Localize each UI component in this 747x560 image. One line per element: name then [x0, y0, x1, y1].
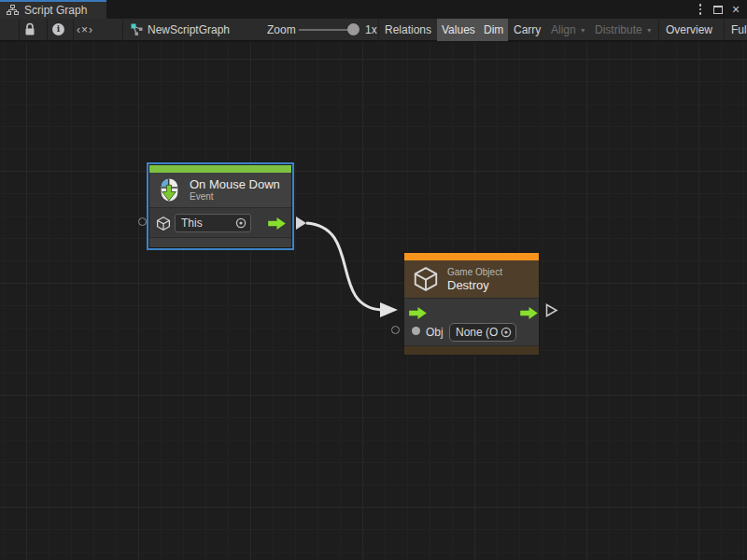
- connection-wire[interactable]: [0, 42, 747, 560]
- trigger-out-arrow-icon[interactable]: [268, 217, 286, 230]
- target-picker-icon[interactable]: [235, 217, 247, 229]
- carry-button[interactable]: Carry: [509, 19, 545, 41]
- destroy-obj-field[interactable]: None (O: [449, 323, 516, 342]
- graph-hierarchy-icon: [7, 5, 19, 16]
- info-icon[interactable]: i: [52, 23, 64, 35]
- destroy-node-title: Destroy: [447, 278, 502, 292]
- graph-toolbar: i ‹×› NewScriptGraph Zoom 1x Relations V…: [0, 19, 747, 41]
- destroy-node-category: Game Object: [447, 267, 502, 278]
- obj-port-label: Obj: [426, 326, 444, 339]
- destroy-node-body: Obj None (O: [404, 298, 539, 345]
- align-button[interactable]: Align▼: [546, 19, 591, 41]
- window-menu-icon[interactable]: [693, 0, 708, 19]
- event-target-field[interactable]: This: [175, 214, 251, 232]
- chevron-down-icon: ▼: [580, 27, 586, 34]
- target-picker-icon[interactable]: [500, 327, 512, 338]
- distribute-button[interactable]: Distribute▼: [590, 19, 657, 41]
- event-target-port[interactable]: [138, 217, 147, 226]
- node-destroy[interactable]: Game Object Destroy Obj None (O: [403, 252, 540, 356]
- mouse-down-icon: [157, 177, 182, 203]
- game-object-cube-icon: [155, 216, 172, 231]
- destroy-obj-value: None (O: [456, 326, 498, 339]
- destroy-node-header: Game Object Destroy: [404, 260, 539, 298]
- zoom-slider-track[interactable]: [299, 29, 355, 31]
- destroy-obj-port[interactable]: [391, 326, 400, 334]
- event-accent-strip: [149, 165, 291, 173]
- zoom-slider-handle[interactable]: [347, 23, 359, 35]
- relations-button[interactable]: Relations: [380, 19, 436, 41]
- lock-icon[interactable]: [24, 22, 35, 36]
- tab-title: Script Graph: [24, 4, 87, 17]
- window-close-icon[interactable]: ×: [727, 0, 744, 19]
- game-object-cube-icon: [412, 265, 440, 293]
- trigger-in-arrow-icon[interactable]: [409, 307, 427, 319]
- event-node-title: On Mouse Down: [190, 177, 280, 191]
- title-bar: Script Graph ×: [0, 0, 747, 19]
- graph-name-label[interactable]: NewScriptGraph: [143, 19, 234, 41]
- event-node-header: On Mouse Down Event: [149, 173, 291, 207]
- overview-button[interactable]: Overview: [661, 19, 717, 41]
- code-preview-icon[interactable]: ‹×›: [77, 23, 93, 36]
- event-node-subtitle: Event: [190, 191, 280, 203]
- tab-script-graph[interactable]: Script Graph: [0, 0, 106, 19]
- zoom-label: Zoom: [262, 19, 301, 41]
- trigger-out-port[interactable]: [296, 217, 306, 230]
- zoom-value: 1x: [360, 19, 382, 41]
- graph-asset-icon: [131, 23, 144, 36]
- destroy-node-footer: [404, 345, 539, 355]
- trigger-out-arrow-icon[interactable]: [520, 307, 538, 319]
- trigger-out-port[interactable]: [545, 303, 558, 317]
- event-node-footer: [149, 237, 291, 247]
- fullscreen-button[interactable]: Full S: [726, 19, 747, 41]
- node-on-mouse-down[interactable]: On Mouse Down Event This: [148, 164, 292, 248]
- window-maximize-icon[interactable]: [710, 0, 726, 19]
- graph-canvas[interactable]: On Mouse Down Event This: [0, 42, 747, 560]
- dim-button[interactable]: Dim: [479, 19, 508, 41]
- values-button[interactable]: Values: [437, 19, 480, 41]
- obj-port-dot[interactable]: [412, 327, 420, 335]
- destroy-accent-strip: [404, 253, 539, 260]
- script-graph-window: Script Graph × i ‹×›: [0, 0, 747, 560]
- event-node-body: This: [149, 207, 291, 237]
- chevron-down-icon: ▼: [646, 27, 653, 34]
- event-target-value: This: [181, 217, 203, 230]
